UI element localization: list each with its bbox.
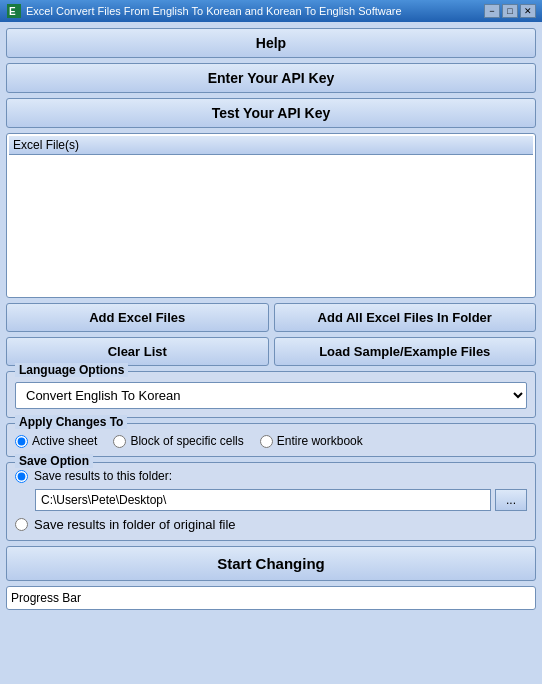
block-cells-radio[interactable] xyxy=(113,435,126,448)
file-list-label: Excel File(s) xyxy=(13,138,79,152)
save-to-original-row: Save results in folder of original file xyxy=(15,517,527,532)
active-sheet-label: Active sheet xyxy=(32,434,97,448)
block-cells-option[interactable]: Block of specific cells xyxy=(113,434,243,448)
apply-changes-radio-group: Active sheet Block of specific cells Ent… xyxy=(15,434,527,448)
start-changing-button[interactable]: Start Changing xyxy=(6,546,536,581)
maximize-button[interactable]: □ xyxy=(502,4,518,18)
save-option-legend: Save Option xyxy=(15,454,93,468)
title-bar: E Excel Convert Files From English To Ko… xyxy=(0,0,542,22)
apply-changes-legend: Apply Changes To xyxy=(15,415,127,429)
block-cells-label: Block of specific cells xyxy=(130,434,243,448)
window-controls: − □ ✕ xyxy=(484,4,536,18)
app-icon: E xyxy=(6,3,22,19)
active-sheet-radio[interactable] xyxy=(15,435,28,448)
clear-list-button[interactable]: Clear List xyxy=(6,337,269,366)
save-option-group: Save Option Save results to this folder:… xyxy=(6,462,536,541)
window-title: Excel Convert Files From English To Kore… xyxy=(26,5,484,17)
entire-workbook-radio[interactable] xyxy=(260,435,273,448)
clear-load-row: Clear List Load Sample/Example Files xyxy=(6,337,536,366)
add-excel-files-button[interactable]: Add Excel Files xyxy=(6,303,269,332)
add-files-row: Add Excel Files Add All Excel Files In F… xyxy=(6,303,536,332)
active-sheet-option[interactable]: Active sheet xyxy=(15,434,97,448)
language-select[interactable]: Convert English To Korean Convert Korean… xyxy=(15,382,527,409)
main-content: Help Enter Your API Key Test Your API Ke… xyxy=(0,22,542,616)
language-options-group: Language Options Convert English To Kore… xyxy=(6,371,536,418)
save-to-folder-row: Save results to this folder: xyxy=(15,469,527,483)
add-all-excel-files-button[interactable]: Add All Excel Files In Folder xyxy=(274,303,537,332)
minimize-button[interactable]: − xyxy=(484,4,500,18)
language-dropdown-container: Convert English To Korean Convert Korean… xyxy=(15,382,527,409)
help-button[interactable]: Help xyxy=(6,28,536,58)
save-to-folder-radio[interactable] xyxy=(15,470,28,483)
load-sample-button[interactable]: Load Sample/Example Files xyxy=(274,337,537,366)
browse-button[interactable]: ... xyxy=(495,489,527,511)
save-to-folder-label: Save results to this folder: xyxy=(34,469,172,483)
entire-workbook-label: Entire workbook xyxy=(277,434,363,448)
progress-bar-label: Progress Bar xyxy=(11,591,81,605)
save-to-original-radio[interactable] xyxy=(15,518,28,531)
language-options-legend: Language Options xyxy=(15,363,128,377)
save-to-original-label: Save results in folder of original file xyxy=(34,517,236,532)
file-list-header: Excel File(s) xyxy=(9,136,533,155)
save-path-row: ... xyxy=(35,489,527,511)
save-path-input[interactable] xyxy=(35,489,491,511)
entire-workbook-option[interactable]: Entire workbook xyxy=(260,434,363,448)
file-list-container: Excel File(s) xyxy=(6,133,536,298)
apply-changes-group: Apply Changes To Active sheet Block of s… xyxy=(6,423,536,457)
close-button[interactable]: ✕ xyxy=(520,4,536,18)
test-api-key-button[interactable]: Test Your API Key xyxy=(6,98,536,128)
file-list-body[interactable] xyxy=(9,155,533,295)
progress-bar-container: Progress Bar xyxy=(6,586,536,610)
enter-api-key-button[interactable]: Enter Your API Key xyxy=(6,63,536,93)
svg-text:E: E xyxy=(9,6,16,17)
